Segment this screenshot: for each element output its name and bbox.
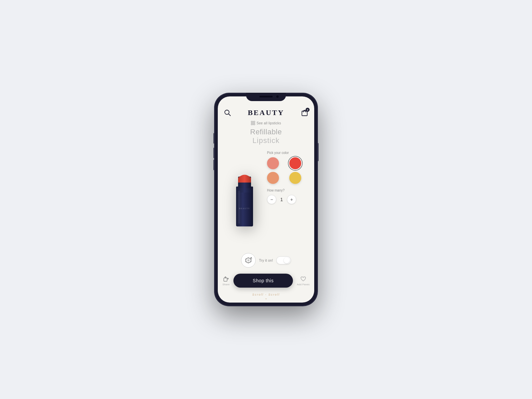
phone-notch (246, 93, 286, 101)
app-title: BEAUTY (248, 108, 284, 117)
quantity-value: 1 (279, 197, 284, 202)
phone-shell: BEAUTY 0 (214, 93, 318, 306)
color-grid (267, 157, 309, 184)
try-on-toggle[interactable] (276, 256, 291, 264)
add-faves-button[interactable]: Add Faves (297, 276, 310, 286)
cart-icon[interactable]: 0 (301, 109, 308, 116)
lipstick-image-section: BEAUTY (223, 148, 266, 250)
cart-badge: 0 (306, 108, 310, 112)
color-swatch-blush[interactable] (267, 157, 279, 169)
try-on-label: Try it on! (259, 258, 273, 262)
svg-text:BEAUTY: BEAUTY (239, 207, 250, 209)
quantity-label: How many? (267, 189, 309, 192)
options-panel: Pick your color How many? − 1 + (266, 148, 309, 250)
quantity-increase-button[interactable]: + (287, 195, 296, 204)
svg-line-1 (229, 114, 231, 116)
product-title-section: Refillable Lipstick (218, 128, 314, 148)
svg-rect-12 (224, 278, 227, 281)
quantity-decrease-button[interactable]: − (267, 195, 276, 204)
app-content: BEAUTY 0 (218, 96, 314, 303)
lipstick-image: BEAUTY (232, 170, 257, 228)
notch-camera (276, 95, 279, 98)
main-area: BEAUTY Pick your color (218, 148, 314, 250)
product-title-line2: Lipstick (224, 136, 308, 145)
scroll-text: Scroll - Scroll (218, 293, 314, 296)
svg-rect-6 (253, 123, 255, 125)
svg-rect-11 (238, 191, 240, 224)
search-icon[interactable] (224, 109, 231, 116)
faves-label: Add Faves (297, 283, 310, 286)
svg-rect-5 (251, 123, 253, 125)
svg-rect-2 (302, 111, 307, 116)
svg-rect-3 (251, 121, 253, 123)
share-label: Share (222, 283, 229, 286)
ar-try-on-icon[interactable] (241, 253, 256, 268)
product-title-line1: Refillable (224, 128, 308, 136)
color-swatch-peach[interactable] (267, 172, 279, 184)
see-all-row[interactable]: See all lipsticks (218, 120, 314, 128)
color-picker-label: Pick your color (267, 151, 309, 155)
color-swatch-gold[interactable] (289, 172, 301, 184)
shop-button-label: Shop this (253, 278, 274, 283)
grid-icon (251, 121, 255, 125)
scroll-arrow-icon: ⌄ (218, 296, 314, 300)
quantity-control: − 1 + (267, 195, 309, 204)
try-on-row: Try it on! (218, 250, 314, 270)
share-button[interactable]: Share (222, 276, 229, 286)
app-header: BEAUTY 0 (218, 106, 314, 120)
scroll-hint: Scroll - Scroll ⌄ (218, 292, 314, 303)
toggle-knob (284, 257, 290, 263)
shop-button[interactable]: Shop this (233, 274, 293, 288)
phone-screen: BEAUTY 0 (218, 96, 314, 303)
color-swatch-red[interactable] (289, 157, 301, 169)
svg-rect-4 (253, 121, 255, 123)
bottom-bar: Share Shop this Add Faves (218, 270, 314, 292)
notch-speaker (259, 96, 273, 97)
see-all-label: See all lipsticks (257, 121, 281, 125)
